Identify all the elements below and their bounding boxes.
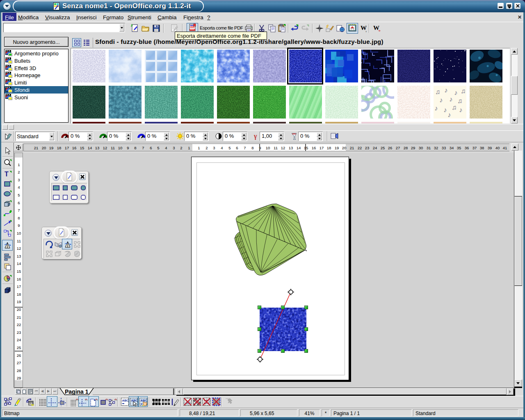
svg-text:,: ,	[365, 27, 367, 32]
svg-text:W: W	[373, 25, 379, 31]
svg-text:ABC: ABC	[131, 399, 138, 402]
svg-text:T: T	[5, 171, 9, 178]
svg-text:ABC: ABC	[122, 399, 129, 402]
